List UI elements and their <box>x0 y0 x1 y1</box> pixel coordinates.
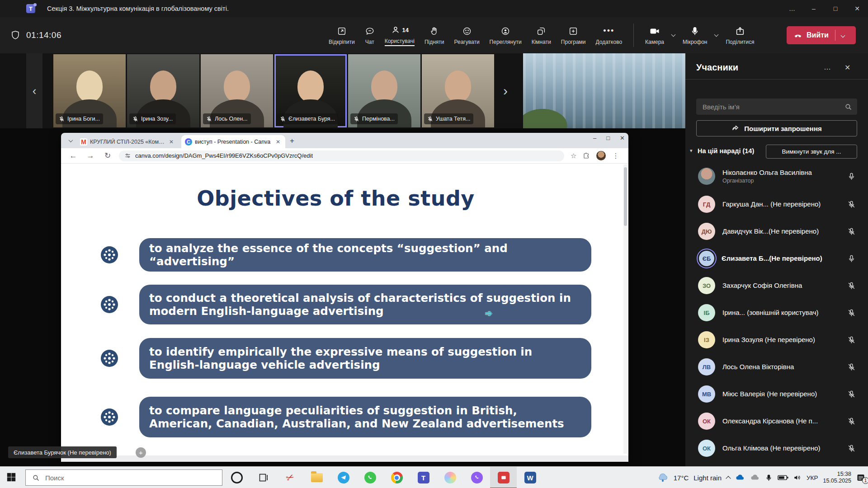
section-collapse-icon[interactable]: ▾ <box>690 148 693 154</box>
tab-close-icon[interactable]: ✕ <box>274 139 282 145</box>
viber-icon[interactable] <box>463 467 490 488</box>
unpin-button[interactable]: Відкріпити <box>324 17 360 53</box>
scroll-left-icon[interactable]: ‹ <box>26 53 42 128</box>
rooms-button[interactable]: Кімнати <box>527 17 556 53</box>
snipping-tool-icon[interactable]: ✂ <box>277 467 303 488</box>
participant-row[interactable]: ІЗ Ірина Зозуля (Не перевірено) <box>685 326 868 353</box>
tab-search-chevron-icon[interactable] <box>66 136 75 145</box>
browser-close-icon[interactable]: ✕ <box>620 135 625 141</box>
mic-off-icon[interactable] <box>847 444 856 453</box>
browser-minimize-icon[interactable]: – <box>593 135 596 141</box>
mic-on-icon[interactable] <box>847 254 856 263</box>
volume-icon[interactable] <box>793 474 802 482</box>
participant-search-input[interactable] <box>696 99 857 115</box>
file-explorer-icon[interactable] <box>303 467 330 488</box>
language-indicator[interactable]: УКР <box>807 474 818 481</box>
onedrive-icon[interactable] <box>735 473 745 483</box>
weather-temp[interactable]: 17°C <box>674 474 689 482</box>
paint-app-icon[interactable] <box>437 467 463 488</box>
word-icon[interactable]: W <box>517 467 543 488</box>
browser-menu-icon[interactable]: ⋮ <box>612 152 619 160</box>
minimize-icon[interactable]: – <box>803 5 825 12</box>
browser-tab-canva-active[interactable]: C виступ - Presentation - Canva ✕ <box>181 135 285 148</box>
extensions-icon[interactable] <box>583 152 590 160</box>
camera-dropdown-icon[interactable] <box>671 32 676 37</box>
mute-all-button[interactable]: Вимкнути звук для ... <box>766 145 857 159</box>
video-thumb-active-speaker[interactable]: Єлизавета Буря... <box>274 54 347 127</box>
participant-row[interactable]: ГД Гаркуша Дан... (Не перевірено) <box>685 191 868 218</box>
mic-off-icon[interactable] <box>847 417 856 426</box>
teams-icon[interactable]: T <box>410 467 437 488</box>
video-thumb[interactable]: Пермінова... <box>348 54 420 127</box>
cortana-icon[interactable] <box>223 467 250 488</box>
close-icon[interactable]: ✕ <box>846 5 868 12</box>
mic-off-icon[interactable] <box>847 390 856 399</box>
maximize-icon[interactable]: □ <box>825 5 846 12</box>
back-icon[interactable]: ← <box>68 151 78 160</box>
whatsapp-icon[interactable] <box>357 467 383 488</box>
forward-icon[interactable]: → <box>85 151 95 160</box>
taskbar-search-input[interactable] <box>45 474 194 482</box>
chat-button[interactable]: Чат <box>360 17 380 53</box>
participant-row[interactable]: ІБ Ірина... (зовнішній користувач) <box>685 299 868 326</box>
panel-more-icon[interactable]: … <box>824 63 831 71</box>
mic-off-icon[interactable] <box>847 363 856 371</box>
raise-hand-button[interactable]: Підняти <box>420 17 449 53</box>
video-thumb[interactable]: Лось Олен... <box>201 54 273 127</box>
tray-mic-icon[interactable] <box>765 474 773 482</box>
site-settings-icon[interactable] <box>124 152 131 159</box>
mic-button[interactable]: Мікрофон <box>678 17 712 53</box>
view-button[interactable]: Переглянути <box>485 17 527 53</box>
leave-dropdown-icon[interactable] <box>840 33 845 38</box>
bookmark-star-icon[interactable]: ☆ <box>571 152 576 160</box>
tray-expand-icon[interactable] <box>726 476 731 481</box>
telegram-icon[interactable] <box>330 467 357 488</box>
active-meeting-app-icon[interactable] <box>490 467 517 488</box>
address-bar[interactable]: canva.com/design/DAGm_Pws4EI/r99E6VZKs6o… <box>119 150 564 161</box>
camera-button[interactable]: Камера <box>640 17 669 53</box>
notification-center-icon[interactable]: 1 <box>856 473 865 482</box>
page-scrollbar[interactable] <box>623 164 627 454</box>
leave-button[interactable]: Вийти <box>787 26 856 44</box>
scroll-right-icon[interactable]: › <box>497 53 514 128</box>
react-button[interactable]: Реагувати <box>449 17 485 53</box>
clock[interactable]: 15:3815.05.2025 <box>823 471 851 484</box>
mic-on-icon[interactable] <box>847 172 856 181</box>
weather-desc[interactable]: Light rain <box>693 474 722 482</box>
weather-icon[interactable] <box>657 472 669 483</box>
video-thumb-camera-room[interactable] <box>523 53 685 128</box>
overlay-plus-icon[interactable]: + <box>136 447 146 458</box>
browser-maximize-icon[interactable]: □ <box>606 135 610 141</box>
mic-off-icon[interactable] <box>847 200 856 209</box>
battery-icon[interactable] <box>778 474 788 481</box>
more-button[interactable]: ••• Додатково <box>591 17 627 53</box>
apps-button[interactable]: Програми <box>556 17 591 53</box>
participant-row[interactable]: ДЮ Давидчук Вік...(Не перевірено) <box>685 218 868 245</box>
video-thumb[interactable]: Ірина Зозу... <box>127 54 199 127</box>
mic-off-icon[interactable] <box>847 336 856 344</box>
reload-icon[interactable]: ↻ <box>103 151 113 160</box>
tab-close-icon[interactable]: ✕ <box>168 139 175 145</box>
participant-row[interactable]: МВ Міюс Валерія (Не перевірено) <box>685 380 868 408</box>
mic-off-icon[interactable] <box>847 227 856 236</box>
new-tab-icon[interactable]: + <box>290 136 294 145</box>
browser-tab-gmail[interactable]: M КРУГЛИЙ СТІЛ-2025 «Комунік ✕ <box>76 135 179 148</box>
mic-dropdown-icon[interactable] <box>714 32 719 37</box>
titlebar-more-icon[interactable]: … <box>781 5 803 12</box>
panel-close-icon[interactable]: ✕ <box>844 63 850 72</box>
share-invite-button[interactable]: Поширити запрошення <box>696 120 857 136</box>
profile-avatar[interactable] <box>596 151 606 160</box>
task-view-icon[interactable] <box>250 467 277 488</box>
participant-row[interactable]: ЗО Захарчук Софія Олегівна <box>685 272 868 299</box>
people-button[interactable]: 14 Користувачі <box>380 17 420 53</box>
participant-row[interactable]: Ніколаєнко Ольга ВасилівнаОрганізатор <box>685 162 868 191</box>
participant-row-speaking[interactable]: ЄБ Єлизавета Б...(Не перевірено) <box>685 245 868 272</box>
share-button[interactable]: Поділитися <box>721 17 759 53</box>
participant-row[interactable]: ЛВ Лось Олена Вікторівна <box>685 353 868 380</box>
start-button[interactable] <box>6 472 16 482</box>
video-thumb[interactable]: Ушата Тетя... <box>422 54 494 127</box>
mic-off-icon[interactable] <box>847 282 856 290</box>
chrome-icon[interactable] <box>383 467 410 488</box>
participant-row[interactable]: ОК Ольга Клімова (Не перевірено) <box>685 435 868 462</box>
video-thumb[interactable]: Ірина Боги... <box>53 54 126 127</box>
